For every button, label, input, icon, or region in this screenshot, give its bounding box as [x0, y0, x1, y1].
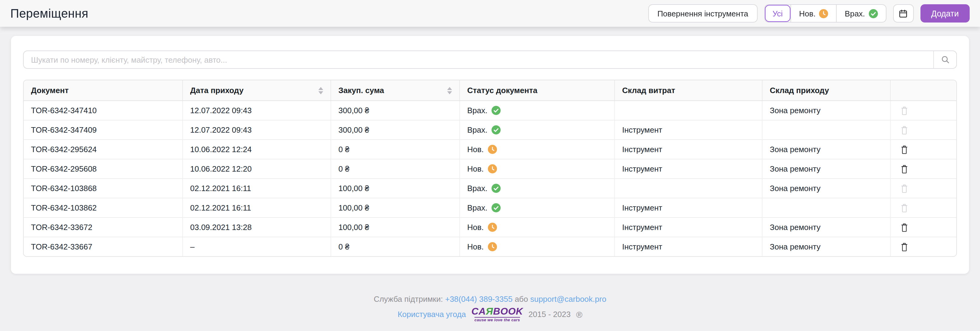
table-row[interactable]: TOR-6342-295608 10.06.2022 12:20 0 ₴ Нов…	[24, 160, 956, 179]
column-header-expense-warehouse: Склад витрат	[615, 80, 762, 101]
table-row[interactable]: TOR-6342-295624 10.06.2022 12:24 0 ₴ Нов…	[24, 140, 956, 160]
expense-warehouse-cell: Інструмент	[615, 218, 762, 237]
search-button[interactable]	[933, 51, 956, 68]
delete-button	[899, 104, 910, 117]
check-icon	[869, 9, 878, 18]
income-warehouse-cell: Зона ремонту	[762, 160, 891, 178]
trash-icon	[900, 164, 908, 174]
clock-icon	[819, 9, 829, 18]
user-agreement-link[interactable]: Користувача угода	[398, 310, 466, 319]
document-cell: TOR-6342-295624	[24, 140, 183, 159]
trash-icon	[900, 125, 908, 135]
document-cell: TOR-6342-33672	[24, 218, 183, 237]
check-icon	[492, 184, 501, 193]
filter-all-label: Усі	[773, 9, 783, 18]
support-phone-link[interactable]: +38(044) 389-3355	[445, 294, 512, 304]
trash-icon	[900, 222, 908, 232]
column-header-purchase-sum[interactable]: Закуп. сума	[331, 80, 460, 101]
column-header-arrival-date[interactable]: Дата приходу	[183, 80, 331, 101]
search-bar	[23, 51, 957, 69]
trash-icon	[900, 144, 908, 154]
document-cell: TOR-6342-347409	[24, 120, 183, 139]
column-header-actions	[891, 80, 956, 101]
support-label: Служба підтримки:	[374, 294, 443, 304]
actions-cell	[891, 120, 956, 139]
table-row[interactable]: TOR-6342-103862 02.12.2021 16:11 100,00 …	[24, 198, 956, 218]
expense-warehouse-cell: Інструмент	[615, 120, 762, 139]
delete-button[interactable]	[899, 221, 910, 233]
page-title: Переміщення	[10, 6, 88, 21]
status-label: Врах.	[467, 106, 488, 115]
income-warehouse-cell: Зона ремонту	[762, 101, 891, 120]
status-label: Нов.	[467, 164, 484, 173]
income-warehouse-cell	[762, 120, 891, 139]
document-cell: TOR-6342-103868	[24, 179, 183, 198]
calendar-button[interactable]	[893, 4, 913, 22]
carbook-logo: CAЯBOOK cause we love the cars	[471, 307, 523, 322]
income-warehouse-cell: Зона ремонту	[762, 140, 891, 159]
status-label: Нов.	[467, 145, 484, 154]
purchase-sum-cell: 0 ₴	[331, 160, 460, 178]
purchase-sum-cell: 100,00 ₴	[331, 218, 460, 237]
check-icon	[492, 125, 501, 134]
document-cell: TOR-6342-295608	[24, 160, 183, 178]
delete-button[interactable]	[899, 163, 910, 175]
copyright-line: Користувача угода CAЯBOOK cause we love …	[11, 307, 969, 322]
status-cell: Нов.	[460, 237, 615, 256]
document-cell: TOR-6342-103862	[24, 198, 183, 217]
status-cell: Нов.	[460, 218, 615, 237]
expense-warehouse-cell: Інструмент	[615, 198, 762, 217]
income-warehouse-cell	[762, 198, 891, 217]
registered-mark-icon: ®	[576, 310, 582, 320]
filter-accounted-tab[interactable]: Врах.	[836, 5, 886, 22]
status-cell: Врах.	[460, 179, 615, 198]
status-label: Врах.	[467, 203, 488, 213]
income-warehouse-cell: Зона ремонту	[762, 218, 891, 237]
footer: Служба підтримки: +38(044) 389-3355 або …	[11, 294, 969, 322]
arrival-date-cell: 10.06.2022 12:24	[183, 140, 331, 159]
income-warehouse-cell: Зона ремонту	[762, 179, 891, 198]
actions-cell	[891, 140, 956, 159]
table-row[interactable]: TOR-6342-103868 02.12.2021 16:11 100,00 …	[24, 179, 956, 198]
delete-button[interactable]	[899, 143, 910, 155]
purchase-sum-cell: 100,00 ₴	[331, 198, 460, 217]
delete-button[interactable]	[899, 241, 910, 253]
status-cell: Нов.	[460, 140, 615, 159]
return-tool-button[interactable]: Повернення інструмента	[648, 4, 757, 22]
status-cell: Врах.	[460, 198, 615, 217]
table-row[interactable]: TOR-6342-347410 12.07.2022 09:43 300,00 …	[24, 101, 956, 120]
add-button[interactable]: Додати	[920, 4, 970, 22]
actions-cell	[891, 198, 956, 217]
search-icon	[940, 55, 950, 64]
delete-button	[899, 124, 910, 136]
table-row[interactable]: TOR-6342-347409 12.07.2022 09:43 300,00 …	[24, 120, 956, 140]
table-row[interactable]: TOR-6342-33667 – 0 ₴ Нов. Інструмент Зон…	[24, 237, 956, 256]
status-cell: Врах.	[460, 120, 615, 139]
status-label: Врах.	[467, 184, 488, 193]
filter-all-tab[interactable]: Усі	[765, 5, 791, 22]
filter-new-tab[interactable]: Нов.	[791, 5, 836, 22]
arrival-date-cell: 12.07.2022 09:43	[183, 101, 331, 120]
check-icon	[492, 203, 501, 213]
income-warehouse-cell: Зона ремонту	[762, 237, 891, 256]
calendar-icon	[898, 8, 908, 19]
sort-icon[interactable]	[317, 85, 325, 95]
expense-warehouse-cell: Інструмент	[615, 160, 762, 178]
sort-icon[interactable]	[446, 85, 453, 95]
support-line: Служба підтримки: +38(044) 389-3355 або …	[11, 294, 969, 304]
purchase-sum-cell: 300,00 ₴	[331, 101, 460, 120]
document-cell: TOR-6342-347410	[24, 101, 183, 120]
filter-accounted-label: Врах.	[845, 9, 865, 18]
arrival-date-cell: –	[183, 237, 331, 256]
check-icon	[492, 106, 501, 115]
trash-icon	[900, 106, 908, 115]
support-email-link[interactable]: support@carbook.pro	[530, 294, 606, 304]
topbar: Переміщення Повернення інструмента Усі Н…	[0, 0, 980, 27]
arrival-date-cell: 12.07.2022 09:43	[183, 120, 331, 139]
clock-icon	[488, 223, 497, 232]
purchase-sum-cell: 0 ₴	[331, 140, 460, 159]
search-input[interactable]	[24, 51, 933, 68]
status-label: Нов.	[467, 242, 484, 251]
table-row[interactable]: TOR-6342-33672 03.09.2021 13:28 100,00 ₴…	[24, 218, 956, 237]
status-cell: Врах.	[460, 101, 615, 120]
